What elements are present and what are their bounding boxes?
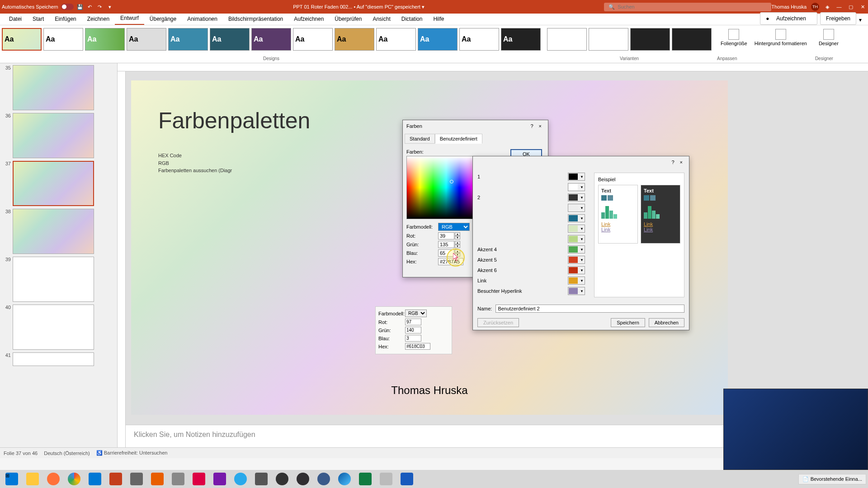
slide-thumbnail[interactable]: [13, 352, 94, 366]
chevron-down-icon[interactable]: ▼: [579, 175, 585, 179]
green-input[interactable]: [438, 241, 454, 248]
minimize-icon[interactable]: —: [835, 3, 843, 10]
maximize-icon[interactable]: ▢: [847, 3, 854, 10]
theme-thumb[interactable]: Aa: [418, 28, 458, 51]
designer-button[interactable]: Designer: [815, 27, 842, 48]
color-swatch-button[interactable]: ▼: [568, 266, 585, 274]
tab-dictation[interactable]: Dictation: [396, 13, 428, 25]
chevron-down-icon[interactable]: ▼: [579, 268, 585, 272]
outlook-icon[interactable]: [85, 471, 105, 487]
spin-down-icon[interactable]: ▼: [455, 236, 460, 239]
chevron-down-icon[interactable]: ▾: [856, 15, 864, 25]
app-icon[interactable]: [168, 471, 188, 487]
tab-slideshow[interactable]: Bildschirmpräsentation: [223, 13, 288, 25]
saved-location[interactable]: Auf "diesem PC" gespeichert ▾: [357, 4, 425, 9]
color-model-select[interactable]: RGB: [438, 223, 470, 231]
color-swatch-button[interactable]: ▼: [568, 193, 585, 202]
telegram-icon[interactable]: [231, 471, 250, 487]
theme-thumb[interactable]: Aa: [459, 28, 499, 51]
blue-input[interactable]: [438, 249, 454, 257]
theme-thumb[interactable]: Aa: [127, 28, 166, 51]
chevron-down-icon[interactable]: ▼: [579, 248, 585, 252]
chevron-down-icon[interactable]: ▼: [579, 237, 585, 241]
format-background-button[interactable]: Hintergrund formatieren: [751, 27, 811, 48]
redo-icon[interactable]: ↷: [96, 3, 104, 10]
app-icon[interactable]: [272, 471, 292, 487]
slide-counter[interactable]: Folie 37 von 46: [4, 450, 38, 456]
tab-insert[interactable]: Einfügen: [49, 13, 81, 25]
word-icon[interactable]: [397, 471, 417, 487]
slide-thumbnail[interactable]: [13, 257, 94, 302]
slide-thumbnail[interactable]: [13, 113, 94, 158]
color-swatch-button[interactable]: ▼: [568, 214, 585, 222]
user-name[interactable]: Thomas Hruska: [771, 4, 807, 9]
search-box[interactable]: 🔍: [604, 3, 771, 11]
notification-item[interactable]: 📄 Bevorstehende Einna...: [798, 474, 866, 484]
cancel-button[interactable]: Abbrechen: [649, 318, 684, 327]
close-button[interactable]: ×: [677, 159, 685, 166]
tab-transitions[interactable]: Übergänge: [144, 13, 182, 25]
reset-button[interactable]: Zurücksetzen: [477, 318, 519, 327]
edge-icon[interactable]: [335, 471, 354, 487]
accessibility-status[interactable]: ♿ Barrierefreiheit: Untersuchen: [96, 450, 168, 456]
color-swatch-button[interactable]: ▼: [568, 277, 585, 285]
tab-help[interactable]: Hilfe: [428, 13, 449, 25]
spin-up-icon[interactable]: ▲: [455, 249, 460, 253]
tab-record[interactable]: Aufzeichnen: [288, 13, 329, 25]
record-button[interactable]: ● Aufzeichnen: [760, 12, 817, 25]
onenote-icon[interactable]: [210, 471, 230, 487]
slide-thumbnail[interactable]: [13, 161, 94, 206]
slide-thumbnail[interactable]: [13, 209, 94, 254]
color-swatch-button[interactable]: ▼: [568, 225, 585, 233]
color-swatch-button[interactable]: ▼: [568, 287, 585, 295]
theme-thumb[interactable]: Aa: [43, 28, 83, 51]
explorer-icon[interactable]: [23, 471, 42, 487]
app-icon[interactable]: [251, 471, 271, 487]
theme-thumb[interactable]: Aa: [376, 28, 416, 51]
firefox-icon[interactable]: [43, 471, 63, 487]
spin-up-icon[interactable]: ▲: [455, 232, 460, 236]
chevron-down-icon[interactable]: ▼: [579, 289, 585, 293]
save-button[interactable]: Speichern: [611, 318, 645, 327]
chevron-down-icon[interactable]: ▼: [579, 227, 585, 231]
share-button[interactable]: Freigeben: [820, 12, 856, 25]
tab-design[interactable]: Entwurf: [115, 12, 144, 25]
chevron-down-icon[interactable]: ▼: [579, 206, 585, 210]
app-icon[interactable]: [376, 471, 396, 487]
vlc-icon[interactable]: [147, 471, 167, 487]
help-button[interactable]: ?: [528, 122, 536, 130]
tab-start[interactable]: Start: [27, 13, 49, 25]
chrome-icon[interactable]: [64, 471, 84, 487]
spin-down-icon[interactable]: ▼: [455, 244, 460, 248]
theme-thumb[interactable]: Aa: [293, 28, 333, 51]
slide-thumbnail[interactable]: [13, 305, 94, 350]
chevron-down-icon[interactable]: ▼: [579, 279, 585, 283]
variant-thumb[interactable]: [547, 28, 587, 51]
language-status[interactable]: Deutsch (Österreich): [44, 450, 90, 456]
theme-thumb[interactable]: Aa: [168, 28, 208, 51]
chevron-down-icon[interactable]: ▼: [579, 216, 585, 221]
theme-thumb[interactable]: Aa: [2, 28, 42, 51]
color-swatch-button[interactable]: ▼: [568, 173, 585, 181]
theme-name-input[interactable]: [495, 305, 684, 313]
color-swatch-button[interactable]: ▼: [568, 235, 585, 243]
theme-thumb[interactable]: Aa: [251, 28, 291, 51]
theme-thumb[interactable]: Aa: [335, 28, 374, 51]
tab-draw[interactable]: Zeichnen: [82, 13, 115, 25]
app-icon[interactable]: [189, 471, 209, 487]
app-icon[interactable]: [127, 471, 146, 487]
excel-icon[interactable]: [355, 471, 375, 487]
app-icon[interactable]: ◈: [824, 3, 831, 10]
start-button[interactable]: ⊞: [2, 471, 22, 487]
variant-thumb[interactable]: [589, 28, 628, 51]
color-cursor-icon[interactable]: [450, 180, 453, 183]
theme-thumb[interactable]: Aa: [501, 28, 541, 51]
autosave-toggle[interactable]: [61, 4, 74, 10]
slide-size-button[interactable]: Foliengröße: [717, 27, 751, 48]
help-button[interactable]: ?: [669, 159, 677, 166]
tab-animations[interactable]: Animationen: [182, 13, 223, 25]
tab-view[interactable]: Ansicht: [367, 13, 396, 25]
close-icon[interactable]: ✕: [859, 3, 866, 10]
dropdown-icon[interactable]: ▾: [106, 3, 113, 10]
undo-icon[interactable]: ↶: [86, 3, 94, 10]
